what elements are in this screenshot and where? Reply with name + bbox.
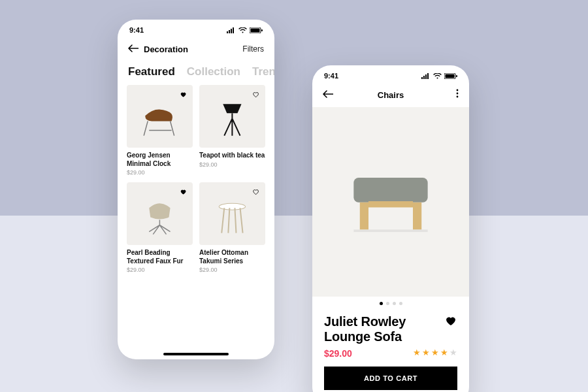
page-title: Decoration (144, 44, 188, 54)
heart-icon (180, 188, 187, 195)
svg-rect-11 (425, 74, 427, 79)
product-price: $29.00 (199, 161, 265, 168)
svg-rect-15 (456, 75, 457, 77)
pager-dot[interactable] (399, 302, 402, 305)
svg-rect-10 (423, 76, 425, 79)
detail-title: Juliet Rowley Lounge Sofa (324, 314, 429, 344)
detail-header: Chairs (312, 82, 469, 107)
listing-header: Decoration Filters (118, 37, 274, 61)
product-price: $29.00 (127, 169, 193, 176)
pager-dot[interactable] (380, 302, 383, 305)
back-button[interactable] (128, 43, 139, 55)
detail-price: $29.00 (324, 348, 352, 359)
svg-rect-14 (446, 74, 455, 78)
svg-rect-1 (229, 30, 230, 33)
svg-rect-7 (231, 113, 233, 118)
heart-icon (252, 91, 259, 98)
filters-button[interactable]: Filters (242, 44, 264, 54)
product-card[interactable]: Teapot with black tea $29.00 (199, 85, 265, 176)
status-icons (227, 27, 263, 33)
detail-body: Juliet Rowley Lounge Sofa $29.00 ★ ★ ★ ★… (312, 310, 469, 359)
battery-icon (444, 73, 457, 79)
favorite-button[interactable] (252, 186, 261, 195)
product-image (199, 85, 265, 148)
wifi-icon (433, 73, 442, 79)
star-icon: ★ (449, 348, 457, 357)
status-time: 9:41 (324, 72, 338, 80)
product-card[interactable]: Georg Jensen Minimal Clock $29.00 (127, 85, 193, 176)
product-price: $29.00 (127, 267, 193, 273)
detail-screen: 9:41 Chairs Juliet Rowley (312, 65, 469, 392)
tab-collection[interactable]: Collection (187, 65, 240, 78)
favorite-button[interactable] (252, 89, 261, 98)
heart-icon (444, 314, 457, 327)
battery-icon (250, 27, 263, 33)
star-icon: ★ (440, 348, 448, 357)
status-time: 9:41 (129, 26, 144, 34)
product-title: Atelier Ottoman Takumi Series (199, 249, 265, 265)
star-icon: ★ (413, 348, 421, 357)
detail-hero-image[interactable] (312, 107, 469, 297)
arrow-left-icon (323, 90, 333, 98)
favorite-button[interactable] (444, 314, 457, 330)
back-button[interactable] (323, 89, 333, 101)
heart-icon (180, 91, 187, 98)
home-indicator[interactable] (163, 353, 229, 355)
svg-rect-20 (353, 229, 427, 232)
pager-dot[interactable] (386, 302, 389, 305)
star-icon: ★ (422, 348, 430, 357)
svg-point-8 (219, 203, 245, 210)
more-button[interactable] (456, 89, 459, 101)
more-vertical-icon (456, 89, 459, 98)
svg-point-17 (457, 93, 459, 95)
product-image (127, 85, 193, 148)
image-pager[interactable] (312, 297, 469, 310)
tab-featured[interactable]: Featured (128, 65, 175, 78)
product-price: $29.00 (199, 267, 265, 273)
favorite-button[interactable] (180, 186, 189, 195)
product-grid: Georg Jensen Minimal Clock $29.00 Teapot… (118, 85, 274, 273)
product-title: Georg Jensen Minimal Clock (127, 152, 193, 168)
svg-rect-3 (233, 27, 234, 33)
product-title: Pearl Beading Textured Faux Fur (127, 249, 193, 265)
svg-rect-12 (427, 73, 429, 79)
listing-screen: 9:41 Decoration Filters Featured Collect… (118, 20, 274, 359)
pager-dot[interactable] (393, 302, 396, 305)
heart-icon (252, 188, 259, 195)
rating-stars: ★ ★ ★ ★ ★ (413, 348, 457, 357)
category-tabs: Featured Collection Trend (118, 61, 274, 85)
detail-category-title: Chairs (312, 90, 469, 100)
signal-icon (227, 27, 236, 33)
svg-rect-19 (353, 178, 427, 203)
product-card[interactable]: Atelier Ottoman Takumi Series $29.00 (199, 182, 265, 273)
status-bar: 9:41 (118, 20, 274, 37)
product-title: Teapot with black tea (199, 152, 265, 160)
add-to-cart-button[interactable]: ADD TO CART (324, 367, 457, 390)
signal-icon (421, 73, 431, 79)
svg-rect-0 (227, 31, 228, 33)
svg-point-18 (457, 96, 459, 98)
product-image (127, 182, 193, 245)
svg-rect-5 (251, 28, 260, 32)
wifi-icon (238, 27, 247, 33)
arrow-left-icon (128, 44, 139, 52)
status-bar: 9:41 (312, 65, 469, 82)
tab-trend[interactable]: Trend (252, 65, 274, 78)
svg-rect-9 (421, 77, 423, 79)
star-icon: ★ (431, 348, 439, 357)
svg-point-16 (457, 90, 459, 91)
product-image (199, 182, 265, 245)
product-card[interactable]: Pearl Beading Textured Faux Fur $29.00 (127, 182, 193, 273)
favorite-button[interactable] (180, 89, 189, 98)
svg-rect-6 (261, 29, 263, 31)
svg-rect-2 (231, 29, 232, 33)
status-icons (421, 73, 457, 79)
